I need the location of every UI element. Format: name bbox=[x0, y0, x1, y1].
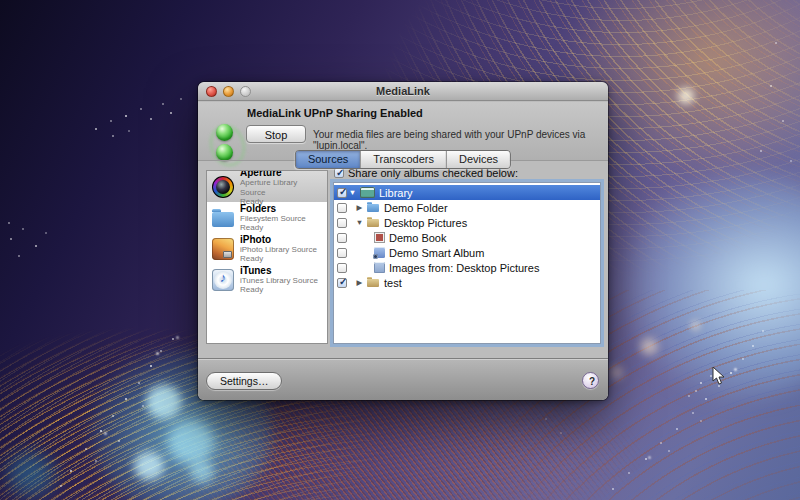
desktop: MediaLink MediaLink UPnP Sharing Enabled… bbox=[0, 0, 800, 500]
source-name: iTunes bbox=[240, 265, 318, 277]
bokeh-circle bbox=[640, 338, 658, 355]
settings-button[interactable]: Settings… bbox=[206, 372, 282, 390]
bokeh-circle bbox=[146, 385, 182, 419]
source-status: Ready bbox=[240, 285, 318, 294]
medialink-window: MediaLink MediaLink UPnP Sharing Enabled… bbox=[198, 82, 608, 400]
tree-row-demo-book[interactable]: Demo Book bbox=[334, 230, 600, 245]
source-name: iPhoto bbox=[240, 234, 317, 246]
mouse-cursor bbox=[712, 366, 726, 390]
row-checkbox[interactable] bbox=[337, 263, 347, 273]
sharing-status-heading: MediaLink UPnP Sharing Enabled bbox=[247, 107, 423, 119]
source-item-aperture[interactable]: Aperture Aperture Library Source Ready bbox=[207, 171, 327, 202]
tree-row-label: Demo Book bbox=[389, 232, 446, 244]
row-checkbox[interactable] bbox=[337, 218, 347, 228]
row-checkbox[interactable] bbox=[337, 278, 347, 288]
source-name: Folders bbox=[240, 203, 306, 215]
disclosure-triangle[interactable]: ▶ bbox=[354, 203, 365, 212]
tree-row-label: Library bbox=[379, 187, 413, 199]
folder-icon bbox=[367, 202, 380, 213]
bokeh-circle bbox=[168, 420, 214, 464]
bokeh-circle bbox=[134, 452, 164, 480]
albums-tree[interactable]: ▼ Library ▶ Demo Folder ▼ Desktop Pictur… bbox=[333, 182, 601, 344]
bokeh-circle bbox=[690, 320, 701, 331]
green-sphere-icon bbox=[216, 144, 233, 161]
sources-list: Aperture Aperture Library Source Ready F… bbox=[206, 170, 328, 344]
tree-row-demo-smart-album[interactable]: Demo Smart Album bbox=[334, 245, 600, 260]
title-bar[interactable]: MediaLink bbox=[198, 82, 608, 101]
medialink-app-icon bbox=[214, 123, 236, 163]
folder-icon bbox=[367, 217, 380, 228]
tree-row-label: test bbox=[384, 277, 402, 289]
disclosure-triangle[interactable]: ▼ bbox=[347, 188, 358, 197]
tree-row-desktop-pictures[interactable]: ▼ Desktop Pictures bbox=[334, 215, 600, 230]
source-item-itunes[interactable]: iTunes iTunes Library Source Ready bbox=[207, 264, 327, 295]
source-item-iphoto[interactable]: iPhoto iPhoto Library Source Ready bbox=[207, 233, 327, 264]
tab-devices[interactable]: Devices bbox=[447, 151, 510, 168]
help-button[interactable]: ? bbox=[582, 372, 599, 389]
source-type: Aperture Library Source bbox=[240, 178, 322, 196]
wallpaper-glints bbox=[0, 0, 3, 3]
share-albums-checkbox[interactable] bbox=[334, 168, 344, 178]
source-status: Ready bbox=[240, 254, 317, 263]
aperture-lens-icon bbox=[212, 176, 234, 198]
stop-button[interactable]: Stop bbox=[246, 125, 306, 143]
bokeh-circle bbox=[190, 460, 214, 483]
tree-row-demo-folder[interactable]: ▶ Demo Folder bbox=[334, 200, 600, 215]
tab-bar: Sources Transcoders Devices bbox=[295, 150, 511, 169]
disclosure-triangle[interactable]: ▶ bbox=[354, 278, 365, 287]
source-name: Aperture bbox=[240, 170, 322, 178]
row-checkbox[interactable] bbox=[337, 233, 347, 243]
tree-row-test[interactable]: ▶ test bbox=[334, 275, 600, 290]
source-item-folders[interactable]: Folders Filesystem Source Ready bbox=[207, 202, 327, 233]
album-icon bbox=[374, 262, 385, 273]
tree-row-label: Demo Folder bbox=[384, 202, 448, 214]
tab-transcoders[interactable]: Transcoders bbox=[361, 151, 447, 168]
iphoto-icon bbox=[212, 238, 234, 260]
green-sphere-icon bbox=[216, 124, 233, 141]
bokeh-circle bbox=[8, 452, 54, 496]
itunes-icon bbox=[212, 269, 234, 291]
source-type: Filesystem Source bbox=[240, 214, 306, 223]
tree-row-label: Images from: Desktop Pictures bbox=[389, 262, 539, 274]
bokeh-circle bbox=[610, 366, 623, 379]
disclosure-triangle[interactable]: ▼ bbox=[354, 218, 365, 227]
blue-folder-icon bbox=[212, 207, 234, 229]
smart-album-icon bbox=[374, 247, 385, 258]
row-checkbox[interactable] bbox=[337, 188, 347, 198]
folder-icon bbox=[367, 277, 380, 288]
tree-row-images-from[interactable]: Images from: Desktop Pictures bbox=[334, 260, 600, 275]
bokeh-circle bbox=[678, 88, 694, 104]
source-type: iPhoto Library Source bbox=[240, 245, 317, 254]
bottom-bar: Settings… ? bbox=[198, 358, 608, 400]
tree-row-label: Desktop Pictures bbox=[384, 217, 467, 229]
tree-row-label: Demo Smart Album bbox=[389, 247, 484, 259]
source-status: Ready bbox=[240, 223, 306, 232]
book-icon bbox=[374, 232, 385, 243]
library-icon bbox=[360, 187, 375, 198]
sharing-status-text: Your media files are being shared with y… bbox=[313, 129, 608, 151]
window-title: MediaLink bbox=[198, 85, 608, 97]
row-checkbox[interactable] bbox=[337, 203, 347, 213]
tab-sources[interactable]: Sources bbox=[296, 151, 361, 168]
row-checkbox[interactable] bbox=[337, 248, 347, 258]
source-type: iTunes Library Source bbox=[240, 276, 318, 285]
tree-row-library[interactable]: ▼ Library bbox=[334, 185, 600, 200]
